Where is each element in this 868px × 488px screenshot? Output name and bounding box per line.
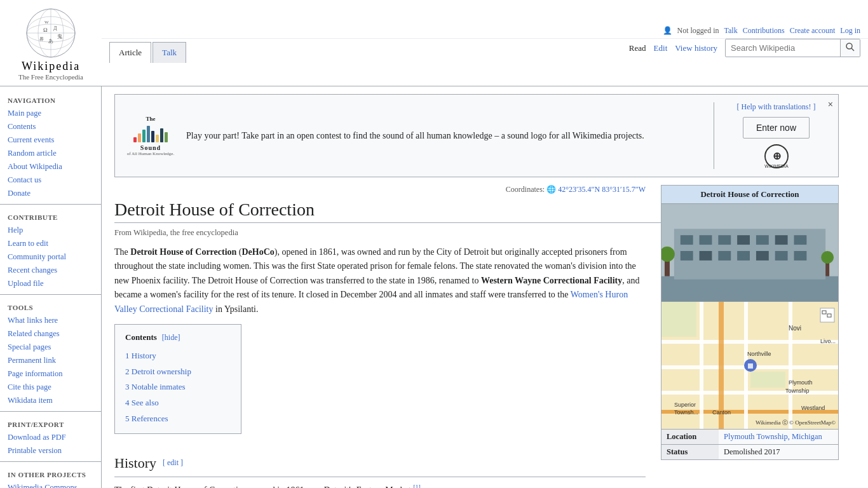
infobox-status-label: Status: [661, 445, 719, 459]
toc-link-4[interactable]: 4 See also: [125, 398, 159, 407]
view-edit[interactable]: Edit: [654, 43, 668, 53]
sidebar-item-special-pages[interactable]: Special pages: [0, 341, 101, 354]
tab-talk[interactable]: Talk: [153, 42, 186, 63]
svg-text:⊕: ⊕: [772, 151, 780, 161]
svg-text:Д: Д: [53, 25, 57, 31]
svg-rect-26: [775, 235, 788, 245]
log-in-link[interactable]: Log in: [840, 26, 860, 36]
wikimedia-logo: ⊕ WIKIMEDIA: [761, 144, 792, 169]
toc-hide-button[interactable]: [hide]: [162, 332, 180, 344]
sidebar-item-cite-this-page[interactable]: Cite this page: [0, 381, 101, 394]
toc-link-1[interactable]: 1 History: [125, 351, 156, 360]
sidebar-item-wikidata-item[interactable]: Wikidata item: [0, 394, 101, 407]
infobox: Detroit House of Correction: [661, 185, 839, 460]
svg-rect-32: [756, 251, 769, 261]
print-section-title: Print/export: [0, 416, 101, 431]
create-account-link[interactable]: Create account: [790, 26, 836, 36]
svg-rect-48: [661, 302, 696, 337]
svg-text:Northville: Northville: [747, 351, 771, 357]
sidebar-item-contact-us[interactable]: Contact us: [0, 173, 101, 187]
enter-now-button[interactable]: Enter now: [743, 117, 810, 139]
navigation-section-title: Navigation: [0, 92, 101, 107]
toc-title-text: Contents: [125, 331, 157, 344]
sidebar-item-community-portal[interactable]: Community portal: [0, 250, 101, 264]
location-link[interactable]: Plymouth Township, Michigan: [724, 432, 822, 441]
infobox-title: Detroit House of Correction: [661, 186, 838, 203]
sidebar-item-main-page[interactable]: Main page: [0, 107, 101, 120]
sidebar-item-help[interactable]: Help: [0, 224, 101, 237]
svg-rect-46: [789, 302, 792, 429]
svg-rect-60: [748, 363, 753, 369]
coordinates-link[interactable]: 42°23′35.4″N 83°31′15.7″W: [558, 185, 646, 194]
sidebar-item-wikimedia-commons[interactable]: Wikimedia Commons: [0, 481, 101, 488]
sidebar-item-download-pdf[interactable]: Download as PDF: [0, 431, 101, 444]
building-image: [661, 203, 838, 302]
sidebar-item-page-information[interactable]: Page information: [0, 367, 101, 381]
ref-1-link[interactable]: [1]: [413, 484, 421, 488]
other-projects-title: In other projects: [0, 466, 101, 481]
toc-item-1: 1 History: [125, 348, 231, 364]
svg-text:Plymouth: Plymouth: [789, 379, 813, 386]
toc-link-2[interactable]: 2 Detroit ownership: [125, 367, 191, 376]
sidebar-item-donate[interactable]: Donate: [0, 187, 101, 200]
sidebar-item-recent-changes[interactable]: Recent changes: [0, 264, 101, 277]
sidebar-divider-4: [0, 461, 101, 462]
banner-right: [ Help with translations! ] Enter now ⊕ …: [714, 102, 828, 169]
sidebar-item-about-wikipedia[interactable]: About Wikipedia: [0, 160, 101, 173]
sidebar-item-learn-to-edit[interactable]: Learn to edit: [0, 237, 101, 250]
banner-close-button[interactable]: ×: [828, 100, 833, 109]
svg-text:Ω: Ω: [43, 27, 48, 33]
article: Detroit House of Correction: [114, 185, 839, 488]
svg-rect-22: [700, 235, 712, 245]
infobox-location-row: Location Plymouth Township, Michigan: [661, 429, 838, 444]
sidebar-divider-3: [0, 411, 101, 412]
svg-text:W: W: [44, 20, 49, 25]
svg-rect-19: [661, 276, 838, 302]
toc-item-5: 5 References: [125, 411, 231, 427]
sidebar-item-contents[interactable]: Contents: [0, 120, 101, 133]
ref-1: [1]: [413, 484, 421, 488]
infobox-location-value: Plymouth Township, Michigan: [719, 430, 838, 444]
talk-link[interactable]: Talk: [724, 26, 738, 36]
svg-text:Livo...: Livo...: [820, 338, 836, 344]
history-edit-link[interactable]: [ edit ]: [163, 458, 183, 467]
whvcf-link[interactable]: Women's Huron Valley Correctional Facili…: [114, 290, 628, 313]
toc-link-5[interactable]: 5 References: [125, 414, 168, 423]
search-input[interactable]: [726, 40, 840, 56]
logo-subtitle: The Free Encyclopedia: [18, 73, 83, 81]
svg-rect-42: [661, 391, 838, 395]
view-read[interactable]: Read: [629, 43, 646, 53]
toc-item-4: 4 See also: [125, 395, 231, 411]
infobox-map: Novi Northville Plymouth Township Westla…: [661, 302, 838, 429]
svg-rect-23: [718, 235, 731, 245]
page-layout: Navigation Main page Contents Current ev…: [0, 86, 868, 488]
coordinates-globe-icon: 🌐: [546, 185, 556, 194]
sidebar-item-what-links-here[interactable]: What links here: [0, 314, 101, 327]
search-button[interactable]: [840, 39, 860, 57]
svg-point-38: [821, 251, 834, 264]
tab-article[interactable]: Article: [109, 42, 151, 63]
tools-section-title: Tools: [0, 299, 101, 314]
logo-title: Wikipedia: [22, 60, 80, 73]
toc-link-3[interactable]: 3 Notable inmates: [125, 382, 186, 391]
contributions-link[interactable]: Contributions: [743, 26, 785, 36]
banner-help-link[interactable]: [ Help with translations! ]: [737, 102, 816, 112]
svg-rect-21: [681, 235, 693, 245]
sidebar-item-random-article[interactable]: Random article: [0, 147, 101, 160]
not-logged-in-text: Not logged in: [677, 26, 719, 36]
dehoco-bold: Detroit House of Correction: [130, 247, 236, 257]
sidebar-item-printable-version[interactable]: Printable version: [0, 444, 101, 458]
toc-item-2: 2 Detroit ownership: [125, 364, 231, 380]
map-svg: Novi Northville Plymouth Township Westla…: [661, 302, 838, 429]
sidebar-item-upload-file[interactable]: Upload file: [0, 277, 101, 290]
view-history[interactable]: View history: [675, 43, 717, 53]
infobox-status-row: Status Demolished 2017: [661, 444, 838, 459]
svg-text:鬼: 鬼: [57, 34, 62, 39]
svg-rect-30: [718, 251, 731, 261]
sidebar-item-current-events[interactable]: Current events: [0, 133, 101, 147]
svg-text:WIKIMEDIA: WIKIMEDIA: [764, 164, 789, 168]
svg-line-14: [851, 48, 854, 51]
banner-logo: The Sound of All Human Knowledge.: [125, 117, 176, 155]
sidebar-item-permanent-link[interactable]: Permanent link: [0, 354, 101, 367]
sidebar-item-related-changes[interactable]: Related changes: [0, 327, 101, 341]
